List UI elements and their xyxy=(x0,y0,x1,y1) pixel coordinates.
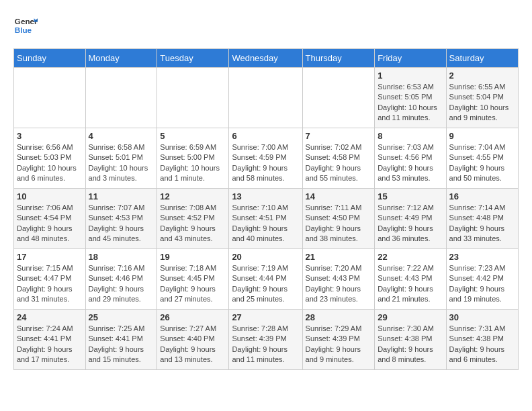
calendar-week-row: 10Sunrise: 7:06 AM Sunset: 4:54 PM Dayli… xyxy=(14,189,519,249)
calendar-day-cell: 21Sunrise: 7:20 AM Sunset: 4:43 PM Dayli… xyxy=(302,249,375,310)
calendar-day-cell: 11Sunrise: 7:07 AM Sunset: 4:53 PM Dayli… xyxy=(85,189,157,249)
calendar-day-cell: 16Sunrise: 7:14 AM Sunset: 4:48 PM Dayli… xyxy=(446,189,518,249)
day-info: Sunrise: 7:07 AM Sunset: 4:53 PM Dayligh… xyxy=(89,203,154,244)
day-info: Sunrise: 7:10 AM Sunset: 4:51 PM Dayligh… xyxy=(232,203,299,244)
day-info: Sunrise: 7:16 AM Sunset: 4:46 PM Dayligh… xyxy=(89,263,154,305)
calendar-day-cell: 12Sunrise: 7:08 AM Sunset: 4:52 PM Dayli… xyxy=(157,189,229,249)
calendar-day-cell: 26Sunrise: 7:27 AM Sunset: 4:40 PM Dayli… xyxy=(157,310,229,370)
calendar-day-cell: 1Sunrise: 6:53 AM Sunset: 5:05 PM Daylig… xyxy=(375,68,446,128)
day-info: Sunrise: 7:25 AM Sunset: 4:41 PM Dayligh… xyxy=(89,324,154,365)
calendar-day-cell xyxy=(157,68,229,128)
calendar-day-cell: 10Sunrise: 7:06 AM Sunset: 4:54 PM Dayli… xyxy=(14,189,86,249)
calendar-day-cell: 27Sunrise: 7:28 AM Sunset: 4:39 PM Dayli… xyxy=(229,310,302,370)
day-number: 28 xyxy=(306,312,372,322)
day-number: 2 xyxy=(449,71,515,81)
day-number: 19 xyxy=(160,252,226,262)
day-of-week-header: Tuesday xyxy=(157,49,229,68)
day-info: Sunrise: 7:24 AM Sunset: 4:41 PM Dayligh… xyxy=(17,324,83,365)
day-info: Sunrise: 7:00 AM Sunset: 4:59 PM Dayligh… xyxy=(232,142,299,184)
day-info: Sunrise: 7:15 AM Sunset: 4:47 PM Dayligh… xyxy=(17,263,83,305)
calendar-day-cell: 23Sunrise: 7:23 AM Sunset: 4:42 PM Dayli… xyxy=(446,249,518,310)
day-info: Sunrise: 7:18 AM Sunset: 4:45 PM Dayligh… xyxy=(160,263,226,305)
day-number: 24 xyxy=(17,312,83,322)
day-of-week-header: Friday xyxy=(375,49,446,68)
day-number: 3 xyxy=(17,131,83,141)
calendar-day-cell: 20Sunrise: 7:19 AM Sunset: 4:44 PM Dayli… xyxy=(229,249,302,310)
calendar-day-cell xyxy=(85,68,157,128)
day-info: Sunrise: 6:58 AM Sunset: 5:01 PM Dayligh… xyxy=(89,142,154,184)
svg-text:Blue: Blue xyxy=(15,26,32,34)
day-number: 5 xyxy=(160,131,226,141)
day-of-week-header: Sunday xyxy=(14,49,86,68)
calendar-day-cell: 9Sunrise: 7:04 AM Sunset: 4:55 PM Daylig… xyxy=(446,128,518,189)
day-number: 13 xyxy=(232,191,299,201)
day-info: Sunrise: 6:53 AM Sunset: 5:05 PM Dayligh… xyxy=(378,82,443,124)
day-number: 6 xyxy=(232,131,299,141)
day-info: Sunrise: 6:59 AM Sunset: 5:00 PM Dayligh… xyxy=(160,142,226,184)
calendar-day-cell: 15Sunrise: 7:12 AM Sunset: 4:49 PM Dayli… xyxy=(375,189,446,249)
calendar-week-row: 24Sunrise: 7:24 AM Sunset: 4:41 PM Dayli… xyxy=(14,310,519,370)
day-info: Sunrise: 7:04 AM Sunset: 4:55 PM Dayligh… xyxy=(449,142,515,184)
day-info: Sunrise: 7:08 AM Sunset: 4:52 PM Dayligh… xyxy=(160,203,226,244)
day-info: Sunrise: 6:56 AM Sunset: 5:03 PM Dayligh… xyxy=(17,142,83,184)
calendar-day-cell: 7Sunrise: 7:02 AM Sunset: 4:58 PM Daylig… xyxy=(302,128,375,189)
day-number: 8 xyxy=(378,131,443,141)
day-number: 16 xyxy=(449,191,515,201)
day-number: 30 xyxy=(449,312,515,322)
calendar-week-row: 3Sunrise: 6:56 AM Sunset: 5:03 PM Daylig… xyxy=(14,128,519,189)
logo-icon: General Blue xyxy=(13,13,38,38)
calendar-day-cell: 28Sunrise: 7:29 AM Sunset: 4:39 PM Dayli… xyxy=(302,310,375,370)
day-info: Sunrise: 7:03 AM Sunset: 4:56 PM Dayligh… xyxy=(378,142,443,184)
calendar-week-row: 17Sunrise: 7:15 AM Sunset: 4:47 PM Dayli… xyxy=(14,249,519,310)
day-number: 10 xyxy=(17,191,83,201)
calendar-day-cell xyxy=(14,68,86,128)
calendar-day-cell: 18Sunrise: 7:16 AM Sunset: 4:46 PM Dayli… xyxy=(85,249,157,310)
calendar-day-cell: 2Sunrise: 6:55 AM Sunset: 5:04 PM Daylig… xyxy=(446,68,518,128)
day-info: Sunrise: 7:30 AM Sunset: 4:38 PM Dayligh… xyxy=(378,324,443,365)
day-number: 9 xyxy=(449,131,515,141)
calendar-header-row: SundayMondayTuesdayWednesdayThursdayFrid… xyxy=(14,49,519,68)
day-number: 1 xyxy=(378,71,443,81)
day-number: 17 xyxy=(17,252,83,262)
calendar-day-cell xyxy=(302,68,375,128)
page-header: General Blue xyxy=(13,13,519,38)
calendar-day-cell: 24Sunrise: 7:24 AM Sunset: 4:41 PM Dayli… xyxy=(14,310,86,370)
calendar-day-cell: 30Sunrise: 7:31 AM Sunset: 4:38 PM Dayli… xyxy=(446,310,518,370)
day-number: 25 xyxy=(89,312,154,322)
calendar-day-cell: 14Sunrise: 7:11 AM Sunset: 4:50 PM Dayli… xyxy=(302,189,375,249)
calendar-day-cell: 17Sunrise: 7:15 AM Sunset: 4:47 PM Dayli… xyxy=(14,249,86,310)
day-number: 14 xyxy=(306,191,372,201)
day-number: 29 xyxy=(378,312,443,322)
day-info: Sunrise: 7:29 AM Sunset: 4:39 PM Dayligh… xyxy=(306,324,372,365)
calendar-day-cell: 3Sunrise: 6:56 AM Sunset: 5:03 PM Daylig… xyxy=(14,128,86,189)
day-info: Sunrise: 7:20 AM Sunset: 4:43 PM Dayligh… xyxy=(306,263,372,305)
calendar-day-cell: 22Sunrise: 7:22 AM Sunset: 4:43 PM Dayli… xyxy=(375,249,446,310)
day-info: Sunrise: 7:02 AM Sunset: 4:58 PM Dayligh… xyxy=(306,142,372,184)
day-info: Sunrise: 7:14 AM Sunset: 4:48 PM Dayligh… xyxy=(449,203,515,244)
day-info: Sunrise: 7:11 AM Sunset: 4:50 PM Dayligh… xyxy=(306,203,372,244)
calendar-table: SundayMondayTuesdayWednesdayThursdayFrid… xyxy=(13,48,519,370)
day-info: Sunrise: 7:31 AM Sunset: 4:38 PM Dayligh… xyxy=(449,324,515,365)
calendar-day-cell: 19Sunrise: 7:18 AM Sunset: 4:45 PM Dayli… xyxy=(157,249,229,310)
day-number: 23 xyxy=(449,252,515,262)
day-info: Sunrise: 7:12 AM Sunset: 4:49 PM Dayligh… xyxy=(378,203,443,244)
day-info: Sunrise: 7:22 AM Sunset: 4:43 PM Dayligh… xyxy=(378,263,443,305)
calendar-week-row: 1Sunrise: 6:53 AM Sunset: 5:05 PM Daylig… xyxy=(14,68,519,128)
day-info: Sunrise: 6:55 AM Sunset: 5:04 PM Dayligh… xyxy=(449,82,515,124)
day-number: 26 xyxy=(160,312,226,322)
day-info: Sunrise: 7:23 AM Sunset: 4:42 PM Dayligh… xyxy=(449,263,515,305)
day-of-week-header: Monday xyxy=(85,49,157,68)
day-info: Sunrise: 7:27 AM Sunset: 4:40 PM Dayligh… xyxy=(160,324,226,365)
day-number: 22 xyxy=(378,252,443,262)
day-number: 11 xyxy=(89,191,154,201)
day-of-week-header: Thursday xyxy=(302,49,375,68)
day-info: Sunrise: 7:06 AM Sunset: 4:54 PM Dayligh… xyxy=(17,203,83,244)
day-number: 20 xyxy=(232,252,299,262)
calendar-day-cell: 25Sunrise: 7:25 AM Sunset: 4:41 PM Dayli… xyxy=(85,310,157,370)
calendar-day-cell: 29Sunrise: 7:30 AM Sunset: 4:38 PM Dayli… xyxy=(375,310,446,370)
day-number: 18 xyxy=(89,252,154,262)
calendar-day-cell: 8Sunrise: 7:03 AM Sunset: 4:56 PM Daylig… xyxy=(375,128,446,189)
calendar-day-cell: 6Sunrise: 7:00 AM Sunset: 4:59 PM Daylig… xyxy=(229,128,302,189)
day-of-week-header: Saturday xyxy=(446,49,518,68)
day-number: 21 xyxy=(306,252,372,262)
